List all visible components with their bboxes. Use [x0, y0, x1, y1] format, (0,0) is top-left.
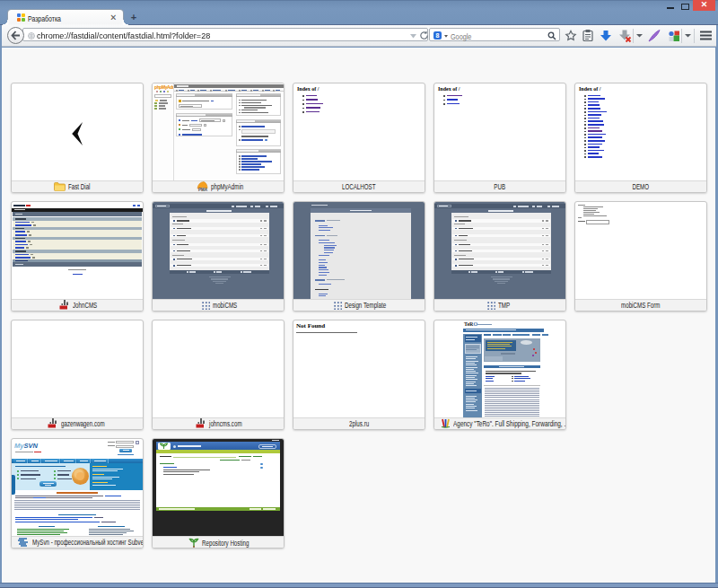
svg-text:PMA: PMA: [198, 188, 208, 192]
